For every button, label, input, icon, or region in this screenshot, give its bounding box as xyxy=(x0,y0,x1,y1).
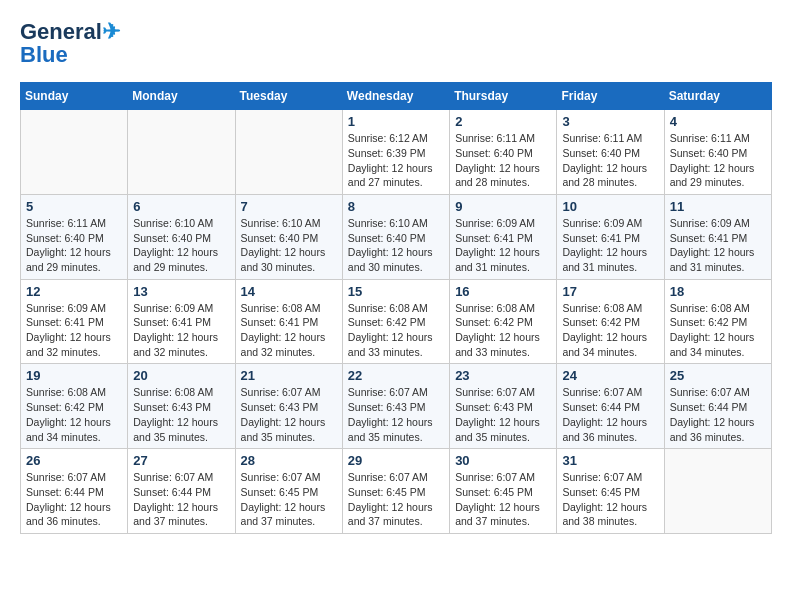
day-info: Sunrise: 6:07 AMSunset: 6:45 PMDaylight:… xyxy=(562,470,658,529)
day-info: Sunrise: 6:07 AMSunset: 6:44 PMDaylight:… xyxy=(670,385,766,444)
day-number: 9 xyxy=(455,199,551,214)
day-cell: 23Sunrise: 6:07 AMSunset: 6:43 PMDayligh… xyxy=(450,364,557,449)
day-number: 2 xyxy=(455,114,551,129)
day-info: Sunrise: 6:11 AMSunset: 6:40 PMDaylight:… xyxy=(670,131,766,190)
day-cell: 30Sunrise: 6:07 AMSunset: 6:45 PMDayligh… xyxy=(450,449,557,534)
day-cell: 17Sunrise: 6:08 AMSunset: 6:42 PMDayligh… xyxy=(557,279,664,364)
weekday-header-sunday: Sunday xyxy=(21,83,128,110)
day-info: Sunrise: 6:07 AMSunset: 6:43 PMDaylight:… xyxy=(455,385,551,444)
day-info: Sunrise: 6:07 AMSunset: 6:44 PMDaylight:… xyxy=(133,470,229,529)
day-number: 16 xyxy=(455,284,551,299)
day-cell: 22Sunrise: 6:07 AMSunset: 6:43 PMDayligh… xyxy=(342,364,449,449)
day-number: 27 xyxy=(133,453,229,468)
day-number: 19 xyxy=(26,368,122,383)
day-info: Sunrise: 6:07 AMSunset: 6:43 PMDaylight:… xyxy=(348,385,444,444)
day-number: 8 xyxy=(348,199,444,214)
day-number: 23 xyxy=(455,368,551,383)
day-cell: 19Sunrise: 6:08 AMSunset: 6:42 PMDayligh… xyxy=(21,364,128,449)
day-number: 13 xyxy=(133,284,229,299)
day-info: Sunrise: 6:07 AMSunset: 6:45 PMDaylight:… xyxy=(455,470,551,529)
day-cell: 18Sunrise: 6:08 AMSunset: 6:42 PMDayligh… xyxy=(664,279,771,364)
day-info: Sunrise: 6:08 AMSunset: 6:43 PMDaylight:… xyxy=(133,385,229,444)
day-cell: 2Sunrise: 6:11 AMSunset: 6:40 PMDaylight… xyxy=(450,110,557,195)
day-info: Sunrise: 6:08 AMSunset: 6:42 PMDaylight:… xyxy=(670,301,766,360)
calendar-table: SundayMondayTuesdayWednesdayThursdayFrid… xyxy=(20,82,772,534)
day-info: Sunrise: 6:07 AMSunset: 6:45 PMDaylight:… xyxy=(348,470,444,529)
day-info: Sunrise: 6:07 AMSunset: 6:44 PMDaylight:… xyxy=(26,470,122,529)
day-cell: 21Sunrise: 6:07 AMSunset: 6:43 PMDayligh… xyxy=(235,364,342,449)
day-number: 30 xyxy=(455,453,551,468)
day-cell: 13Sunrise: 6:09 AMSunset: 6:41 PMDayligh… xyxy=(128,279,235,364)
weekday-header-monday: Monday xyxy=(128,83,235,110)
day-info: Sunrise: 6:12 AMSunset: 6:39 PMDaylight:… xyxy=(348,131,444,190)
week-row-5: 26Sunrise: 6:07 AMSunset: 6:44 PMDayligh… xyxy=(21,449,772,534)
day-number: 22 xyxy=(348,368,444,383)
day-cell: 5Sunrise: 6:11 AMSunset: 6:40 PMDaylight… xyxy=(21,194,128,279)
day-cell: 1Sunrise: 6:12 AMSunset: 6:39 PMDaylight… xyxy=(342,110,449,195)
day-cell xyxy=(235,110,342,195)
day-cell: 25Sunrise: 6:07 AMSunset: 6:44 PMDayligh… xyxy=(664,364,771,449)
week-row-3: 12Sunrise: 6:09 AMSunset: 6:41 PMDayligh… xyxy=(21,279,772,364)
day-number: 21 xyxy=(241,368,337,383)
day-info: Sunrise: 6:07 AMSunset: 6:43 PMDaylight:… xyxy=(241,385,337,444)
day-number: 25 xyxy=(670,368,766,383)
day-number: 11 xyxy=(670,199,766,214)
day-info: Sunrise: 6:11 AMSunset: 6:40 PMDaylight:… xyxy=(26,216,122,275)
weekday-header-row: SundayMondayTuesdayWednesdayThursdayFrid… xyxy=(21,83,772,110)
day-number: 14 xyxy=(241,284,337,299)
day-number: 5 xyxy=(26,199,122,214)
day-info: Sunrise: 6:09 AMSunset: 6:41 PMDaylight:… xyxy=(133,301,229,360)
day-cell: 7Sunrise: 6:10 AMSunset: 6:40 PMDaylight… xyxy=(235,194,342,279)
day-cell: 3Sunrise: 6:11 AMSunset: 6:40 PMDaylight… xyxy=(557,110,664,195)
day-cell: 8Sunrise: 6:10 AMSunset: 6:40 PMDaylight… xyxy=(342,194,449,279)
day-number: 17 xyxy=(562,284,658,299)
day-number: 28 xyxy=(241,453,337,468)
day-number: 4 xyxy=(670,114,766,129)
day-cell: 24Sunrise: 6:07 AMSunset: 6:44 PMDayligh… xyxy=(557,364,664,449)
day-info: Sunrise: 6:09 AMSunset: 6:41 PMDaylight:… xyxy=(26,301,122,360)
page-header: General✈ Blue xyxy=(20,20,772,66)
day-cell: 26Sunrise: 6:07 AMSunset: 6:44 PMDayligh… xyxy=(21,449,128,534)
day-number: 20 xyxy=(133,368,229,383)
day-number: 12 xyxy=(26,284,122,299)
weekday-header-thursday: Thursday xyxy=(450,83,557,110)
day-cell: 14Sunrise: 6:08 AMSunset: 6:41 PMDayligh… xyxy=(235,279,342,364)
day-cell xyxy=(664,449,771,534)
day-number: 26 xyxy=(26,453,122,468)
logo: General✈ Blue xyxy=(20,20,120,66)
day-info: Sunrise: 6:08 AMSunset: 6:42 PMDaylight:… xyxy=(562,301,658,360)
day-info: Sunrise: 6:09 AMSunset: 6:41 PMDaylight:… xyxy=(455,216,551,275)
day-cell: 4Sunrise: 6:11 AMSunset: 6:40 PMDaylight… xyxy=(664,110,771,195)
day-info: Sunrise: 6:09 AMSunset: 6:41 PMDaylight:… xyxy=(562,216,658,275)
day-cell: 31Sunrise: 6:07 AMSunset: 6:45 PMDayligh… xyxy=(557,449,664,534)
day-info: Sunrise: 6:10 AMSunset: 6:40 PMDaylight:… xyxy=(241,216,337,275)
day-cell: 12Sunrise: 6:09 AMSunset: 6:41 PMDayligh… xyxy=(21,279,128,364)
day-number: 10 xyxy=(562,199,658,214)
day-cell xyxy=(21,110,128,195)
day-number: 31 xyxy=(562,453,658,468)
day-info: Sunrise: 6:11 AMSunset: 6:40 PMDaylight:… xyxy=(562,131,658,190)
day-number: 24 xyxy=(562,368,658,383)
day-cell: 6Sunrise: 6:10 AMSunset: 6:40 PMDaylight… xyxy=(128,194,235,279)
day-info: Sunrise: 6:07 AMSunset: 6:45 PMDaylight:… xyxy=(241,470,337,529)
day-number: 18 xyxy=(670,284,766,299)
week-row-2: 5Sunrise: 6:11 AMSunset: 6:40 PMDaylight… xyxy=(21,194,772,279)
day-info: Sunrise: 6:07 AMSunset: 6:44 PMDaylight:… xyxy=(562,385,658,444)
day-info: Sunrise: 6:08 AMSunset: 6:41 PMDaylight:… xyxy=(241,301,337,360)
day-number: 7 xyxy=(241,199,337,214)
week-row-4: 19Sunrise: 6:08 AMSunset: 6:42 PMDayligh… xyxy=(21,364,772,449)
day-number: 1 xyxy=(348,114,444,129)
day-info: Sunrise: 6:11 AMSunset: 6:40 PMDaylight:… xyxy=(455,131,551,190)
day-number: 3 xyxy=(562,114,658,129)
day-cell: 9Sunrise: 6:09 AMSunset: 6:41 PMDaylight… xyxy=(450,194,557,279)
day-cell: 28Sunrise: 6:07 AMSunset: 6:45 PMDayligh… xyxy=(235,449,342,534)
day-cell: 20Sunrise: 6:08 AMSunset: 6:43 PMDayligh… xyxy=(128,364,235,449)
day-cell: 11Sunrise: 6:09 AMSunset: 6:41 PMDayligh… xyxy=(664,194,771,279)
day-cell: 29Sunrise: 6:07 AMSunset: 6:45 PMDayligh… xyxy=(342,449,449,534)
day-info: Sunrise: 6:08 AMSunset: 6:42 PMDaylight:… xyxy=(348,301,444,360)
day-cell: 15Sunrise: 6:08 AMSunset: 6:42 PMDayligh… xyxy=(342,279,449,364)
weekday-header-friday: Friday xyxy=(557,83,664,110)
week-row-1: 1Sunrise: 6:12 AMSunset: 6:39 PMDaylight… xyxy=(21,110,772,195)
day-cell: 10Sunrise: 6:09 AMSunset: 6:41 PMDayligh… xyxy=(557,194,664,279)
day-info: Sunrise: 6:09 AMSunset: 6:41 PMDaylight:… xyxy=(670,216,766,275)
